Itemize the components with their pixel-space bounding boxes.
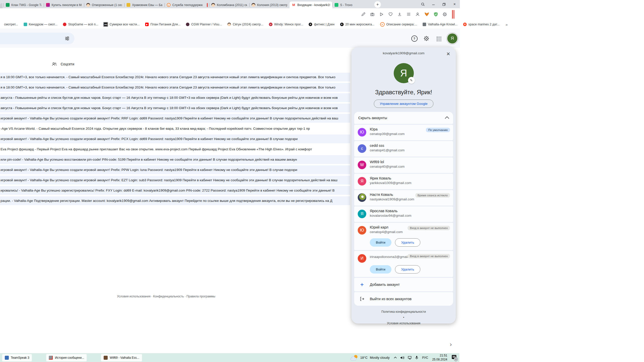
bookmark-item[interactable]: HDСумерки все части... <box>102 21 142 27</box>
account-row-nastya[interactable]: Настя Коваль nastyakoval1909@gmail.com В… <box>354 190 453 206</box>
settings-gear-icon[interactable] <box>423 35 430 42</box>
taskbar-app-valhalla[interactable]: Wtf69 - Valhalla Ess... <box>101 354 142 361</box>
sign-in-button[interactable]: Войти <box>370 238 391 247</box>
download-icon[interactable] <box>397 12 402 17</box>
menu-lines-icon[interactable] <box>406 12 411 17</box>
settings-gear-icon[interactable] <box>442 12 448 17</box>
email-row[interactable]: или pin-code! - Valhalla-Age Вы успешно … <box>0 155 350 164</box>
account-row-cedd[interactable]: c cedd sss cenatop41@gmail.com <box>354 141 453 157</box>
edit-avatar-icon[interactable]: ✎ <box>408 77 415 84</box>
notification-center-icon[interactable]: 3 <box>451 355 457 360</box>
play-icon[interactable] <box>379 12 384 17</box>
bookmark-item[interactable]: ✦20 мин жиросжига... <box>338 22 377 27</box>
taskbar-app-history[interactable]: История сообщени... <box>46 354 87 361</box>
remove-account-button[interactable]: Удалить <box>395 265 421 274</box>
window-controls: × <box>418 0 460 8</box>
manage-account-button[interactable]: Управление аккаунтом Google <box>374 100 433 108</box>
account-row-yarik[interactable]: Я Ярик Коваль yarikkoval1009@gmail.com <box>354 174 453 189</box>
bookmark-item[interactable]: StopGame — всё п... <box>61 22 100 27</box>
bookmarks-overflow-chevron[interactable]: » <box>503 22 510 27</box>
heart-icon[interactable] <box>388 12 393 17</box>
bookmark-item[interactable]: ✦фитнес | Дзен <box>307 22 337 27</box>
tray-chevron-up-icon[interactable] <box>394 356 397 359</box>
bookmark-item[interactable]: Сёгун (2024) смотр... <box>225 22 265 27</box>
tab-knowledge-base[interactable]: Храмовник Евы — База з <box>124 2 165 8</box>
email-row[interactable]: игровой аккаунт! - Valhalla-Age Вы успеш… <box>0 114 350 123</box>
network-icon[interactable] <box>408 356 412 359</box>
tab-gmail-inbox-active[interactable]: M Входящие - kovalyarik190 <box>290 2 332 8</box>
bookmark-item[interactable]: смотрет... <box>2 22 20 27</box>
profile-icon[interactable] <box>415 12 420 17</box>
tab-social-category[interactable]: Соцсети <box>52 62 74 67</box>
bookmark-item[interactable]: UWindy: Минск прог... <box>267 22 305 27</box>
account-row-yura[interactable]: Ю Юра cenatop39@gmail.com По умолчанию <box>354 125 453 140</box>
bookmark-item[interactable]: Valhalla-Age Knowl... <box>421 22 460 27</box>
bookmark-item[interactable]: ▶План Питания Для... <box>143 22 182 27</box>
avatar: И <box>358 254 366 263</box>
tab-label: Коломбиана (2011) смотр <box>217 3 247 7</box>
email-list: я в 18:00 GMT+3, все только начинается. … <box>0 73 350 207</box>
microphone-icon[interactable] <box>415 356 418 359</box>
tab-movie-1[interactable]: Коломбиана (2011) смотр <box>209 2 249 8</box>
email-row[interactable]: игровой аккаунт! - Valhalla-Age Вы успеш… <box>0 176 350 185</box>
account-row-wtf69[interactable]: W Wtf69 lol cenatop40@gmail.com <box>354 157 453 173</box>
tab-trovo[interactable]: S - Trovo <box>332 2 373 8</box>
email-row[interactable]: игровой аккаунт! - Valhalla-Age Вы успеш… <box>0 165 350 174</box>
close-icon[interactable]: ✕ <box>445 50 452 57</box>
maximize-button[interactable] <box>439 0 449 8</box>
speaker-icon[interactable] <box>400 356 405 359</box>
email-row[interactable]: августа - Повышенные рейты и список буст… <box>0 104 350 112</box>
terms-link[interactable]: Условия использования <box>351 321 456 326</box>
bookmark-item[interactable]: Яspace marines 2 дат... <box>461 22 502 27</box>
help-icon[interactable]: ? <box>411 35 418 42</box>
hide-accounts-toggle[interactable]: Скрыть аккаунты <box>354 112 453 124</box>
email-row[interactable]: я в 18:00 GMT+3, все только начинается. … <box>0 83 350 92</box>
google-apps-grid-icon[interactable] <box>435 35 442 42</box>
tab-movie-2[interactable]: Колония (2013) смотреть <box>249 2 290 8</box>
email-row[interactable]: Eva Project фришард - Первый Project Eva… <box>0 145 350 154</box>
bookmark-item[interactable]: Кинодром — смот... <box>22 22 59 27</box>
adguard-extension-icon[interactable] <box>433 12 438 17</box>
add-account-button[interactable]: + Добавить аккаунт <box>354 278 453 291</box>
tab-search-icon[interactable] <box>418 0 428 8</box>
gmail-footer-links[interactable]: Условия использования · Конфиденциальнос… <box>117 295 215 298</box>
camera-icon[interactable] <box>370 12 375 17</box>
language-indicator[interactable]: РУС <box>422 356 428 359</box>
striped-extension-icon[interactable] <box>452 10 454 19</box>
email-row[interactable]: рации. - Valhalla-Age Подтверждение реги… <box>0 196 350 205</box>
tab-group-marker[interactable] <box>207 3 208 7</box>
teamspeak-icon <box>5 356 9 360</box>
sign-in-button[interactable]: Войти <box>370 265 391 274</box>
taskbar-clock[interactable]: 21:51 25.08.2024 <box>432 354 447 361</box>
edit-icon[interactable] <box>360 12 366 17</box>
expand-chevron-icon[interactable]: › <box>450 341 452 348</box>
privacy-policy-link[interactable]: Политика конфиденциальности <box>351 309 456 314</box>
minimize-button[interactable] <box>428 0 439 8</box>
cgw-icon <box>186 23 189 26</box>
sign-out-all-button[interactable]: Выйти из всех аккаунтов <box>354 292 453 306</box>
email-row[interactable]: -Age VS Arcane-World. - Самый масштабный… <box>0 124 350 133</box>
email-row[interactable]: я в 18:00 GMT+3, все только начинается. … <box>0 73 350 81</box>
search-options-tune-icon[interactable] <box>64 35 70 42</box>
bookmark-item[interactable]: vОписание сервера:... <box>378 21 419 28</box>
weather-cloud-sun-icon <box>350 355 358 360</box>
new-tab-button[interactable]: + <box>374 1 381 8</box>
tab-linoleum[interactable]: Купить линолеум в Минс <box>44 2 84 8</box>
tab-support[interactable]: v Служба техподдержки. <box>165 2 205 8</box>
search-input[interactable] <box>0 33 74 44</box>
account-row-yaroslav[interactable]: Я Ярослав Коваль kovalaroslav94@gmail.co… <box>354 206 453 222</box>
tab-google-sheets[interactable]: Клан TWG - Google Табли <box>4 2 44 8</box>
bookmark-item[interactable]: CGW Planner / Visu... <box>184 22 224 27</box>
tab-series-1[interactable]: Отмороженные (1 сезон) <box>84 2 124 8</box>
email-row[interactable]: августа - Повышенные рейты и список буст… <box>0 93 350 102</box>
close-button[interactable]: × <box>449 0 460 8</box>
taskbar-app-teamspeak[interactable]: TeamSpeak 3 <box>2 354 32 361</box>
taskbar-weather-widget[interactable]: 18°C Mostly cloudy <box>350 355 390 360</box>
account-row-irina[interactable]: И irinaapollonovna3@gmail.com Вход в акк… <box>354 251 453 277</box>
remove-account-button[interactable]: Удалить <box>395 238 421 247</box>
metamask-extension-icon[interactable] <box>424 12 429 17</box>
email-row[interactable]: ировались! - Valhalla-Age Вы успешно зар… <box>0 186 350 195</box>
account-avatar[interactable]: Я <box>447 33 457 43</box>
email-row[interactable]: игровой аккаунт! - Valhalla-Age Вы успеш… <box>0 134 350 143</box>
account-row-yuriy[interactable]: Ю Юрий карл cenatop4@gmail.com Вход в ак… <box>354 223 453 250</box>
